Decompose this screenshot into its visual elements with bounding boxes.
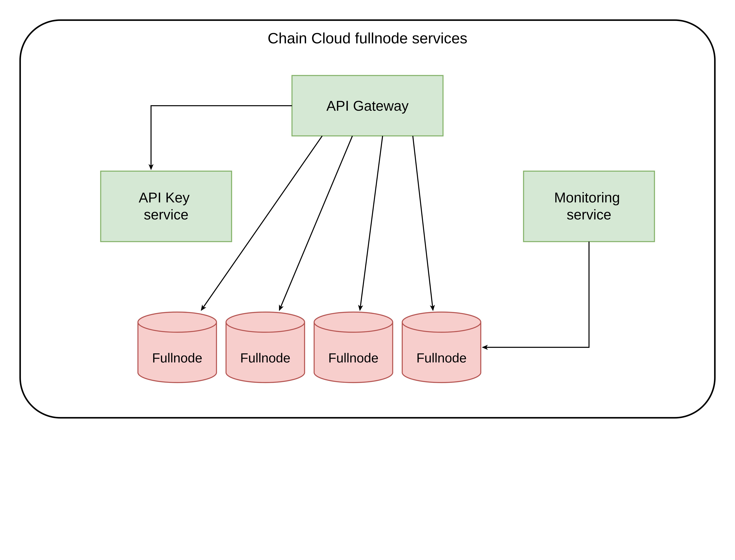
svg-rect-3 [524, 171, 654, 241]
edge-gateway-to-fullnode-3 [413, 136, 433, 310]
fullnode-3: Fullnode [402, 312, 481, 382]
diagram-title: Chain Cloud fullnode services [268, 30, 467, 47]
api-gateway-label: API Gateway [326, 98, 409, 114]
edge-gateway-to-fullnode-1 [279, 136, 353, 310]
api-gateway-node: API Gateway [292, 76, 443, 136]
fullnode-3-label: Fullnode [416, 351, 467, 365]
fullnode-2-label: Fullnode [328, 351, 379, 365]
monitoring-service-node: Monitoring service [524, 171, 654, 241]
api-key-service-node: API Key service [101, 171, 232, 241]
fullnode-0: Fullnode [138, 312, 216, 382]
monitoring-service-label-line2: service [567, 207, 611, 222]
monitoring-service-label-line1: Monitoring [554, 190, 620, 205]
svg-point-9 [138, 312, 216, 332]
svg-rect-1 [101, 171, 232, 241]
edge-monitoring-to-fullnode-3 [483, 242, 589, 347]
architecture-diagram: Chain Cloud fullnode services API Gatewa… [0, 0, 735, 438]
fullnode-2: Fullnode [314, 312, 393, 382]
edge-gateway-to-apikey [151, 106, 292, 169]
svg-point-24 [402, 312, 481, 332]
fullnode-1: Fullnode [226, 312, 305, 382]
api-key-service-label-line1: API Key [139, 190, 190, 205]
edge-gateway-to-fullnode-2 [360, 136, 383, 310]
fullnode-1-label: Fullnode [240, 351, 290, 365]
fullnode-0-label: Fullnode [152, 351, 202, 365]
svg-point-14 [226, 312, 305, 332]
svg-point-19 [314, 312, 393, 332]
api-key-service-label-line2: service [144, 207, 188, 222]
